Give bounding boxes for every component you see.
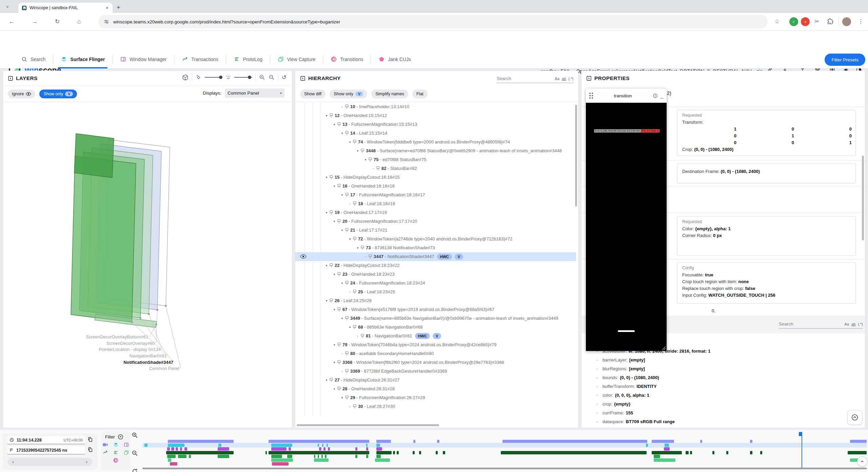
extension-green-icon[interactable]: ✓ — [789, 17, 798, 26]
layer-rect-4[interactable] — [71, 156, 136, 322]
hierarchy-node-19[interactable]: ▾19 - OneHanded:17:17#19 — [295, 208, 576, 217]
transition-preview-window[interactable]: transition _ P: 0 / 1dX: 0.0dY: 0.0Xv: 0… — [586, 88, 667, 351]
hierarchy-node-67[interactable]: ▾67 - WindowToken{e5176f9 type=2019 andr… — [295, 305, 576, 314]
tab-view-capture[interactable]: View Capture — [270, 50, 323, 68]
displays-select[interactable]: Common Panel▾ — [225, 88, 284, 98]
hierarchy-node-3448[interactable]: ▾3448 - Surface(name=ed70f88 StatusBar)/… — [295, 146, 576, 155]
pin-icon[interactable] — [353, 290, 357, 294]
pin-icon[interactable] — [345, 193, 349, 197]
hierarchy-node-12[interactable]: ▾12 - OneHanded:15:15#12 — [295, 111, 576, 120]
expand-arrow-icon[interactable]: ▾ — [332, 270, 337, 279]
3d-view-cube-icon[interactable] — [182, 74, 189, 81]
pin-icon[interactable] — [337, 122, 341, 127]
timeline-zoom-in-icon[interactable] — [132, 432, 138, 438]
surface-flinger-icon[interactable] — [113, 442, 119, 448]
pin-icon[interactable] — [345, 369, 349, 374]
pin-icon[interactable] — [337, 342, 341, 347]
hierarchy-node-79[interactable]: ▾79 - WindowToken{7046b4a type=2024 andr… — [295, 340, 576, 349]
extensions-puzzle-icon[interactable] — [827, 18, 834, 25]
protolog-icon[interactable] — [113, 450, 119, 455]
hierarchy-node-30[interactable]: •30 - Leaf:26:27#30 — [295, 402, 576, 411]
new-tab-button[interactable]: + — [117, 4, 120, 11]
expand-arrow-icon[interactable]: ▾ — [339, 226, 345, 235]
expand-arrow-icon[interactable]: ▾ — [324, 111, 329, 120]
timeline-zoom-out-icon[interactable] — [132, 450, 138, 456]
pin-icon[interactable] — [337, 307, 341, 312]
property-dataspace[interactable]: •dataspace:BT709 sRGB Full range — [581, 417, 865, 426]
expand-arrow-icon[interactable]: ▾ — [355, 243, 360, 252]
expand-arrow-icon[interactable]: ▾ — [332, 217, 337, 226]
transition-window-titlebar[interactable]: transition _ — [586, 88, 667, 103]
property-barrierLayer[interactable]: •barrierLayer:[empty] — [581, 356, 865, 365]
show-layer-eye-icon[interactable] — [300, 254, 307, 259]
expand-arrow-icon[interactable]: ▾ — [324, 208, 329, 217]
expand-arrow-icon[interactable]: ▾ — [324, 376, 329, 385]
show-only-chip[interactable]: Show only V — [39, 90, 77, 98]
hierarchy-node-73[interactable]: ▾73 - 8736138 NotificationShade#73 — [295, 243, 576, 252]
pin-icon[interactable] — [368, 254, 372, 259]
hierarchy-node-21[interactable]: ▾21 - Leaf:17:17#21 — [295, 226, 576, 235]
pin-icon[interactable] — [337, 219, 341, 224]
hierarchy-node-15[interactable]: ▾15 - HideDisplayCutout:16:16#15 — [295, 173, 576, 182]
pin-icon[interactable] — [353, 237, 357, 241]
hierarchy-node-80[interactable]: •80 - ace6abb SecondaryHomeHandle0#80 — [295, 349, 576, 358]
expand-arrow-icon[interactable]: ▾ — [324, 261, 329, 270]
hierarchy-node-28[interactable]: ▾28 - OneHanded:26:31#28 — [295, 385, 576, 393]
pin-icon[interactable] — [353, 201, 357, 206]
pin-icon[interactable] — [329, 263, 333, 268]
timeline-cursor-handle[interactable] — [799, 432, 802, 436]
property-blurRegions[interactable]: •blurRegions:[empty] — [581, 365, 865, 373]
properties-vertical-scrollbar[interactable] — [862, 156, 864, 240]
hierarchy-node-29[interactable]: ▾29 - FullscreenMagnification:26:27#29 — [295, 393, 576, 402]
hierarchy-node-23[interactable]: ▾23 - OneHanded:18:23#23 — [295, 270, 576, 279]
avatar[interactable] — [842, 17, 851, 26]
hierarchy-node-27[interactable]: ▾27 - HideDisplayCutout:26:31#27 — [295, 376, 576, 385]
ns-time-field[interactable]: 1715339054227572545 ns — [7, 446, 85, 454]
whole-word-icon[interactable]: ab — [851, 322, 855, 326]
expand-arrow-icon[interactable]: ▾ — [332, 358, 337, 367]
pin-icon[interactable] — [368, 157, 372, 162]
pin-icon[interactable] — [345, 131, 349, 136]
forward-icon[interactable]: → — [32, 18, 38, 25]
timeline-canvas[interactable] — [142, 432, 867, 470]
pin-icon[interactable] — [345, 395, 349, 400]
chip-flat[interactable]: Flat — [412, 90, 428, 98]
tab-jank-cujs[interactable]: Jank CUJs — [371, 50, 418, 68]
expand-arrow-icon[interactable]: ▾ — [339, 279, 345, 288]
reset-view-icon[interactable]: ↺ — [282, 74, 287, 81]
collapse-panel-icon[interactable] — [8, 76, 13, 81]
pin-icon[interactable] — [337, 184, 341, 189]
expand-arrow-icon[interactable]: ▾ — [324, 296, 329, 305]
hierarchy-node-74[interactable]: ▾74 - WindowToken{fdddbe6 type=2000 andr… — [295, 138, 576, 146]
chip-show-only[interactable]: Show onlyV — [330, 90, 367, 98]
hierarchy-node-3447[interactable]: •3447 - NotificationShade#3447HWCV — [295, 252, 576, 261]
match-case-icon[interactable]: Aa — [845, 322, 849, 326]
hierarchy-node-3369[interactable]: •3369 - 67726bf EdgeBackGestureHandler0#… — [295, 367, 576, 376]
bookmark-star-icon[interactable]: ☆ — [774, 18, 780, 25]
transactions-icon[interactable] — [102, 450, 108, 455]
regex-icon[interactable]: (.*) — [858, 322, 863, 326]
hierarchy-node-24[interactable]: ▾24 - FullscreenMagnification:18:23#24 — [295, 279, 576, 288]
pin-icon[interactable] — [345, 104, 349, 109]
property-crop[interactable]: •crop:{empty} — [581, 400, 865, 409]
resize-handle-icon[interactable] — [662, 346, 666, 350]
expand-arrow-icon[interactable]: ▾ — [347, 235, 353, 243]
pin-icon[interactable] — [360, 149, 364, 153]
url-bar[interactable]: winscope.teams.x20web.corp.google.com/pr… — [98, 15, 768, 28]
browser-menu-icon[interactable]: ⋮ — [858, 18, 864, 25]
expand-arrow-icon[interactable]: ▾ — [332, 182, 337, 191]
expand-arrow-icon[interactable]: ▾ — [332, 305, 337, 314]
reload-icon[interactable]: ↻ — [55, 18, 60, 25]
property-bounds[interactable]: •bounds:(0, 0) - (1080, 2400) — [581, 373, 865, 382]
scroll-to-top-button[interactable] — [847, 410, 862, 425]
pin-icon[interactable] — [329, 113, 333, 118]
pin-icon[interactable] — [329, 210, 333, 215]
hierarchy-node-25[interactable]: •25 - Leaf:18:23#25 — [295, 288, 576, 296]
screen-recording-icon[interactable] — [102, 442, 108, 448]
pin-icon[interactable] — [337, 360, 341, 365]
zoom-in-icon[interactable] — [259, 74, 265, 80]
hierarchy-node-16[interactable]: ▾16 - OneHanded:16:16#16 — [295, 182, 576, 191]
ignore-chip[interactable]: Ignore — [8, 90, 35, 98]
pin-icon[interactable] — [360, 334, 364, 338]
hierarchy-node-75[interactable]: ▾75 - ed70f88 StatusBar#75 — [295, 155, 576, 164]
